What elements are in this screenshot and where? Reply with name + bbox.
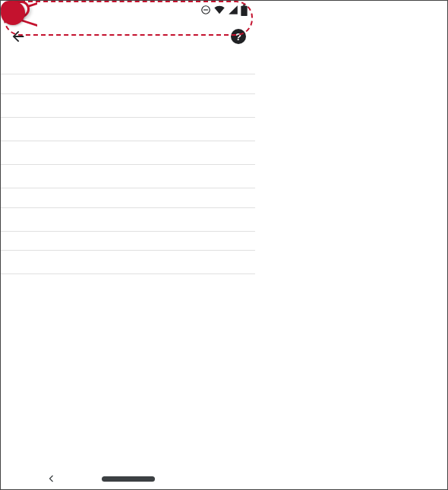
cellular-icon: [228, 5, 238, 15]
svg-rect-2: [241, 5, 247, 15]
item-notifications[interactable]: [1, 164, 255, 188]
item-theme[interactable]: [1, 207, 255, 231]
section-header-basic: [1, 55, 255, 74]
chevron-left-icon: [47, 473, 56, 484]
settings-list[interactable]: [1, 55, 255, 297]
section-header-advanced: [1, 231, 255, 250]
app-bar: ?: [1, 17, 255, 55]
item-addresses[interactable]: [1, 141, 255, 164]
item-payment[interactable]: [1, 117, 255, 141]
item-accessibility[interactable]: [1, 273, 255, 297]
help-button[interactable]: ?: [231, 29, 246, 44]
phone-screen: ?: [1, 1, 255, 490]
help-icon: ?: [235, 31, 241, 43]
status-icons: [200, 5, 248, 16]
status-bar: [1, 1, 255, 17]
dnd-icon: [200, 5, 211, 15]
item-privacy[interactable]: [1, 250, 255, 273]
nav-home-pill[interactable]: [102, 476, 155, 482]
battery-icon: [241, 5, 248, 16]
callout-step-badge: [1, 1, 25, 25]
wifi-icon: [213, 5, 226, 15]
item-search-engine[interactable]: [1, 74, 255, 93]
nav-bar: [1, 466, 255, 490]
tutorial-frame: ?: [0, 0, 448, 490]
nav-back-button[interactable]: [47, 473, 56, 484]
svg-rect-3: [243, 5, 245, 6]
item-homepage[interactable]: [1, 188, 255, 207]
item-passwords[interactable]: [1, 93, 255, 117]
